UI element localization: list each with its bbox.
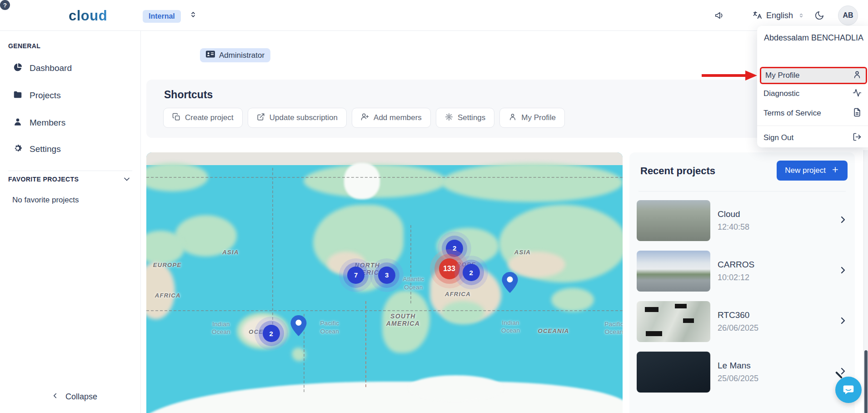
sidebar-divider bbox=[8, 171, 132, 171]
favorites-empty-text: No favorite projects bbox=[12, 196, 79, 205]
user-avatar[interactable]: AB bbox=[838, 5, 858, 25]
button-label: Settings bbox=[458, 113, 485, 122]
announcements-icon[interactable] bbox=[714, 10, 724, 22]
map-label-ocean: Atlantic Ocean bbox=[403, 276, 424, 292]
map-antarctica bbox=[146, 382, 623, 413]
chevron-down-icon[interactable] bbox=[122, 175, 131, 186]
map-pin-icon[interactable] bbox=[290, 315, 307, 338]
map-label-continent: SOUTH AMERICA bbox=[386, 312, 420, 327]
map-pin-icon[interactable] bbox=[501, 272, 519, 295]
collapse-label: Collapse bbox=[65, 392, 97, 402]
chevron-right-icon[interactable] bbox=[838, 265, 848, 277]
menu-divider bbox=[757, 126, 868, 126]
add-members-button[interactable]: Add members bbox=[352, 108, 431, 128]
app-logo[interactable]: cloud bbox=[69, 8, 107, 24]
recent-divider bbox=[639, 191, 846, 191]
id-card-icon bbox=[206, 50, 215, 60]
person-icon bbox=[853, 70, 862, 81]
role-badge-label: Administrator bbox=[219, 51, 264, 60]
gear-icon bbox=[445, 113, 453, 123]
button-label: Add members bbox=[374, 113, 422, 122]
role-badge: Administrator bbox=[200, 48, 270, 62]
help-icon[interactable]: ? bbox=[0, 0, 10, 10]
collapse-button[interactable]: Collapse bbox=[51, 392, 97, 402]
menu-item-diagnostic[interactable]: Diagnostic bbox=[763, 86, 862, 101]
map-cluster[interactable]: 7 bbox=[347, 267, 364, 284]
map-label-ocean: Pacific Ocean bbox=[320, 320, 339, 336]
workspace-badge[interactable]: Internal bbox=[143, 10, 181, 23]
menu-item-sign-out[interactable]: Sign Out bbox=[763, 130, 862, 146]
button-label: Create project bbox=[185, 113, 234, 122]
my-profile-button[interactable]: My Profile bbox=[499, 108, 565, 128]
sidebar-item-label: Projects bbox=[30, 91, 61, 101]
menu-item-terms[interactable]: Terms of Service bbox=[763, 106, 862, 121]
project-row[interactable]: RTC360 26/06/2025 bbox=[637, 301, 848, 342]
user-menu: Abdessalam BENCHADLIA My Profile Diagnos… bbox=[757, 26, 868, 147]
map-cluster[interactable]: 3 bbox=[378, 267, 395, 284]
menu-item-label: My Profile bbox=[765, 71, 800, 80]
project-row[interactable]: Le Mans 25/06/2025 bbox=[637, 352, 848, 393]
scrollbar-thumb[interactable] bbox=[864, 350, 868, 413]
language-icon[interactable] bbox=[753, 10, 763, 22]
chevron-right-icon[interactable] bbox=[838, 214, 848, 227]
project-thumbnail bbox=[637, 352, 710, 393]
person-icon bbox=[13, 117, 23, 129]
map-label-continent: EUROPE bbox=[153, 261, 182, 268]
sidebar-item-members[interactable]: Members bbox=[0, 115, 140, 131]
chat-bubble-icon bbox=[842, 383, 855, 398]
project-thumbnail bbox=[637, 200, 710, 241]
document-icon bbox=[853, 108, 862, 119]
project-row[interactable]: Cloud 12:40:58 bbox=[637, 200, 848, 241]
recent-projects-panel: Recent projects New project Cloud 12:40:… bbox=[629, 152, 855, 413]
new-project-button[interactable]: New project bbox=[777, 161, 848, 181]
dark-mode-icon[interactable] bbox=[814, 10, 824, 22]
sidebar-item-label: Members bbox=[30, 118, 65, 128]
sidebar-item-label: Dashboard bbox=[30, 63, 72, 73]
recent-projects-title: Recent projects bbox=[640, 165, 715, 177]
project-name: RTC360 bbox=[718, 310, 758, 320]
project-meta: 10:02:12 bbox=[718, 273, 754, 282]
language-chevron-icon[interactable] bbox=[798, 12, 804, 20]
chat-widget-button[interactable] bbox=[835, 377, 862, 403]
map-label-ocean: Indian Ocean bbox=[501, 319, 520, 335]
map-label-ocean: Pacific Ocean bbox=[604, 320, 623, 336]
sidebar-section-general: GENERAL bbox=[8, 42, 40, 50]
map-cluster[interactable]: 2 bbox=[446, 240, 463, 257]
map-label-continent: ASIA bbox=[222, 248, 239, 255]
dashboard-icon bbox=[13, 62, 23, 75]
sidebar-item-dashboard[interactable]: Dashboard bbox=[0, 60, 140, 76]
project-meta: 12:40:58 bbox=[718, 222, 749, 232]
copy-icon bbox=[172, 113, 180, 123]
create-project-button[interactable]: Create project bbox=[163, 108, 243, 128]
map-cluster[interactable]: 2 bbox=[463, 264, 480, 281]
world-map[interactable]: EUROPE ASIA AFRICA NORTH AMERICA EUROPE … bbox=[146, 152, 623, 413]
project-name: Le Mans bbox=[718, 361, 758, 371]
sidebar-item-projects[interactable]: Projects bbox=[0, 87, 140, 104]
map-greenland bbox=[344, 163, 380, 199]
map-cluster[interactable]: 133 bbox=[439, 258, 460, 279]
update-subscription-button[interactable]: Update subscription bbox=[248, 108, 347, 128]
recent-projects-list: Cloud 12:40:58 CARROS 10:02:12 bbox=[637, 200, 848, 393]
map-label-ocean: Indian Ocean bbox=[212, 320, 230, 336]
project-row[interactable]: CARROS 10:02:12 bbox=[637, 251, 848, 292]
shortcuts-panel: Shortcuts Create project Update subscrip… bbox=[146, 80, 855, 138]
sidebar-item-settings[interactable]: Settings bbox=[0, 141, 140, 157]
sidebar: GENERAL Dashboard Projects Members Setti… bbox=[0, 31, 141, 413]
callout-arrow bbox=[702, 71, 757, 81]
project-meta: 25/06/2025 bbox=[718, 374, 758, 383]
language-selector[interactable]: English bbox=[766, 11, 793, 20]
sidebar-item-label: Settings bbox=[30, 144, 61, 154]
chevron-right-icon[interactable] bbox=[838, 315, 848, 328]
chevron-left-icon bbox=[51, 392, 59, 402]
settings-button[interactable]: Settings bbox=[436, 108, 494, 128]
external-link-icon bbox=[257, 113, 265, 123]
map-label-continent: AFRICA bbox=[445, 291, 471, 297]
map-cluster[interactable]: 2 bbox=[263, 325, 280, 342]
project-name: CARROS bbox=[718, 260, 754, 270]
workspace-switcher-icon[interactable] bbox=[189, 10, 197, 20]
app-window: cloud Internal ? English AB GENERAL Dash… bbox=[0, 0, 868, 413]
user-plus-icon bbox=[361, 113, 369, 123]
user-menu-name: Abdessalam BENCHADLIA bbox=[764, 33, 863, 43]
menu-item-my-profile[interactable]: My Profile bbox=[760, 67, 867, 84]
scrollbar[interactable] bbox=[863, 150, 868, 413]
